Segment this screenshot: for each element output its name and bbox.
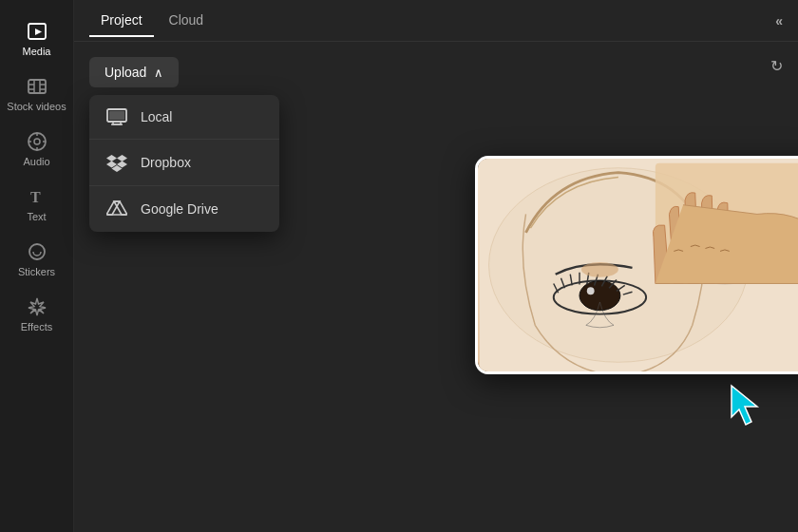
chevron-up-icon: ∧ xyxy=(154,66,163,80)
sidebar-label-stickers: Stickers xyxy=(18,266,55,277)
svg-point-37 xyxy=(581,262,618,277)
sidebar-item-audio[interactable]: Audio xyxy=(0,122,73,177)
dropdown-item-dropbox[interactable]: Dropbox xyxy=(89,140,279,185)
sidebar-item-effects[interactable]: Effects xyxy=(0,287,73,342)
upload-button[interactable]: Upload ∧ xyxy=(89,57,179,87)
google-drive-icon xyxy=(106,200,127,218)
dropbox-label: Dropbox xyxy=(141,155,191,170)
sidebar-label-effects: Effects xyxy=(21,321,52,332)
tab-project[interactable]: Project xyxy=(89,5,154,37)
upload-dropdown: Local Dropbox xyxy=(89,95,279,232)
dropbox-icon xyxy=(106,153,127,172)
svg-text:T: T xyxy=(30,189,41,205)
sidebar-item-media[interactable]: Media xyxy=(0,11,73,66)
google-drive-label: Google Drive xyxy=(141,201,218,217)
cursor-pointer xyxy=(727,381,770,432)
media-icon xyxy=(27,21,48,42)
sidebar-label-text: Text xyxy=(27,211,46,222)
audio-icon xyxy=(27,131,48,152)
tab-bar: Project Cloud « xyxy=(74,0,798,42)
tab-list: Project Cloud xyxy=(89,5,215,36)
local-icon xyxy=(106,108,127,125)
local-label: Local xyxy=(141,109,172,124)
preview-image-card xyxy=(475,156,798,374)
svg-rect-18 xyxy=(109,111,124,120)
sidebar-label-media: Media xyxy=(23,46,51,57)
sidebar-item-text[interactable]: T Text xyxy=(0,177,73,232)
dropdown-item-google-drive[interactable]: Google Drive xyxy=(89,186,279,232)
text-icon: T xyxy=(27,186,48,207)
stock-videos-icon xyxy=(27,76,48,97)
svg-rect-2 xyxy=(28,80,46,93)
svg-point-23 xyxy=(580,281,620,311)
effects-icon xyxy=(27,296,48,317)
sidebar-item-stickers[interactable]: Stickers xyxy=(0,232,73,287)
dropdown-item-local[interactable]: Local xyxy=(89,95,279,139)
svg-marker-38 xyxy=(732,386,757,425)
stickers-icon xyxy=(27,241,48,262)
svg-point-10 xyxy=(34,139,40,144)
tab-cloud[interactable]: Cloud xyxy=(158,5,216,37)
refresh-button[interactable]: ↻ xyxy=(770,57,783,75)
sidebar-item-stock-videos[interactable]: Stock videos xyxy=(0,66,73,122)
sidebar-label-audio: Audio xyxy=(23,156,49,167)
upload-label: Upload xyxy=(104,65,146,80)
preview-image-content xyxy=(478,159,798,371)
collapse-button[interactable]: « xyxy=(775,13,783,28)
svg-marker-1 xyxy=(35,28,42,35)
svg-point-16 xyxy=(29,244,45,259)
main-panel: Project Cloud « ↻ Upload ∧ xyxy=(74,0,798,532)
sidebar-label-stock-videos: Stock videos xyxy=(7,101,66,112)
panel-body: ↻ Upload ∧ Local xyxy=(74,42,798,532)
svg-point-24 xyxy=(587,287,595,294)
sidebar: Media Stock videos xyxy=(0,0,74,532)
